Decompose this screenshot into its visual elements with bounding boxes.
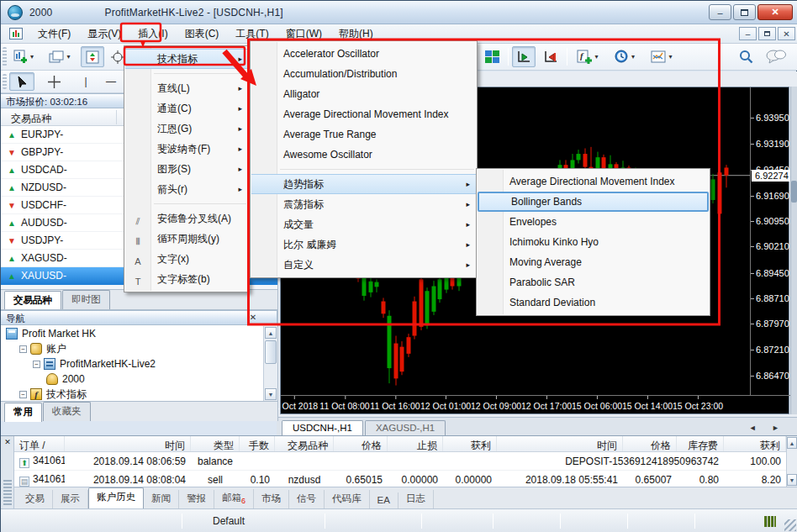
terminal-tab-市场[interactable]: 市场 — [254, 490, 289, 509]
window-close-button[interactable]: ✕ — [757, 4, 793, 20]
indicators-menu-item-acceleratoroscillator[interactable]: Accelerator Oscillator — [251, 44, 476, 64]
table-row[interactable]: ▤34106152018.09.14 08:08:04sell0.10nzdus… — [14, 471, 786, 487]
scroll-down-icon[interactable]: ▼ — [787, 474, 797, 486]
mdi-minimize-button[interactable]: – — [739, 27, 757, 40]
trend-menu-item-standarddeviation[interactable]: Standard Deviation — [478, 292, 709, 313]
column-header-4[interactable]: 交易品种 — [275, 436, 334, 451]
indicators-menu-item-成交量[interactable]: 成交量▸ — [251, 214, 476, 234]
tree-expander-icon[interactable]: − — [19, 391, 27, 398]
navigator-scrollbar[interactable]: ▲ ▼ — [263, 326, 277, 401]
insert-menu-item-直线l[interactable]: 直线(L)▸ — [125, 78, 248, 98]
horizontal-line-tool-button[interactable]: — — [100, 72, 122, 91]
toolbar-grip[interactable] — [3, 47, 7, 66]
trend-menu-item-parabolicsar[interactable]: Parabolic SAR — [478, 272, 709, 292]
indicators-menu-item-averagetruerange[interactable]: Average True Range — [251, 124, 476, 145]
tree-expander-icon[interactable]: − — [19, 345, 27, 353]
insert-menu-item-安德鲁分叉线a[interactable]: ⫽安德鲁分叉线(A) — [125, 208, 248, 229]
terminal-tab-新闻[interactable]: 新闻 — [144, 490, 179, 509]
chart-tab-scroll-arrows[interactable]: ◄ ► — [749, 424, 786, 432]
menubar-item-f[interactable]: 文件(F) — [29, 24, 79, 44]
chart-shift-button[interactable] — [539, 46, 562, 67]
terminal-tab-交易[interactable]: 交易 — [18, 490, 53, 509]
insert-menu-item-箭头r[interactable]: 箭头(r)▸ — [125, 179, 248, 199]
scroll-up-icon[interactable]: ▲ — [265, 327, 277, 339]
insert-menu-item-文字标签b[interactable]: T文字标签(b) — [125, 269, 248, 289]
indicators-menu-item-震荡指标[interactable]: 震荡指标▸ — [251, 194, 476, 214]
column-header-3[interactable]: 手数 — [240, 436, 275, 451]
chart-tab-xagusdh1[interactable]: XAGUSD-,H1 — [365, 420, 446, 435]
trend-menu-item-ichimokukinkohyo[interactable]: Ichimoku Kinko Hyo — [478, 232, 709, 252]
window-minimize-button[interactable]: – — [709, 4, 731, 20]
market-watch-tab-交易品种[interactable]: 交易品种 — [4, 291, 61, 310]
insert-menu-item-斐波纳奇f[interactable]: 斐波纳奇(F)▸ — [125, 139, 248, 159]
profiles-button[interactable]: ▾ — [45, 46, 75, 67]
menubar-item-c[interactable]: 图表(C) — [177, 24, 228, 44]
trend-menu-item-movingaverage[interactable]: Moving Average — [478, 252, 709, 272]
insert-menu-item-技术指标[interactable]: 技术指标▸ — [125, 49, 248, 69]
mdi-restore-button[interactable] — [758, 27, 776, 40]
column-header-9[interactable]: 价格 — [623, 436, 677, 451]
indicators-list-button[interactable]: f ▾ — [571, 46, 604, 67]
window-resize-grip[interactable] — [784, 519, 796, 531]
scrollbar-thumb[interactable] — [265, 340, 277, 364]
terminal-tab-代码库[interactable]: 代码库 — [325, 490, 370, 509]
terminal-tab-日志[interactable]: 日志 — [398, 490, 434, 509]
cursor-tool-button[interactable] — [9, 72, 34, 91]
toolbar-grip[interactable] — [3, 74, 7, 89]
table-row[interactable]: ⬆34106142018.09.14 08:06:59balanceDEPOSI… — [14, 452, 786, 471]
tile-windows-button[interactable] — [480, 46, 504, 67]
terminal-tab-邮箱[interactable]: 邮箱6 — [214, 489, 254, 509]
tree-item-profitmarkethklive2[interactable]: −ProfitMarketHK-Live2 — [1, 356, 257, 371]
terminal-tab-ea[interactable]: EA — [370, 492, 398, 509]
column-header-8[interactable]: 时间 — [497, 436, 623, 451]
insert-menu-item-江恩g[interactable]: 江恩(G)▸ — [125, 119, 248, 139]
indicators-menu-item-averagedirectionalmovementindex[interactable]: Average Directional Movement Index — [251, 104, 476, 124]
market-watch-toggle-button[interactable] — [81, 46, 104, 67]
menubar-item-i[interactable]: 插入(I) — [129, 24, 176, 44]
templates-button[interactable]: ▾ — [645, 46, 678, 67]
profile-name[interactable]: Default — [213, 515, 245, 527]
mdi-close-button[interactable]: ✕ — [778, 27, 795, 40]
tree-item-账户[interactable]: −账户 — [1, 341, 257, 356]
navigator-tab-常用[interactable]: 常用 — [4, 403, 42, 422]
tree-item-profitmarkethk[interactable]: Profit Market HK — [1, 326, 257, 341]
terminal-tab-展示[interactable]: 展示 — [53, 490, 88, 509]
terminal-tab-警报[interactable]: 警报 — [179, 490, 214, 509]
indicators-menu-item-awesomeoscillator[interactable]: Awesome Oscillator — [251, 145, 476, 165]
column-header-5[interactable]: 价格 — [334, 436, 388, 451]
market-watch-tab-即时图[interactable]: 即时图 — [62, 290, 110, 309]
terminal-tab-信号[interactable]: 信号 — [289, 490, 325, 509]
price-scale[interactable]: 6.939506.931906.924506.916906.909506.902… — [750, 87, 790, 395]
insert-menu-item-图形s[interactable]: 图形(S)▸ — [125, 159, 248, 179]
column-header-0[interactable]: 订单 / — [14, 436, 65, 451]
search-button[interactable] — [734, 46, 757, 67]
tree-expander-icon[interactable]: − — [33, 361, 40, 368]
chart-mdi-icon[interactable] — [9, 28, 23, 40]
indicators-menu-item-自定义[interactable]: 自定义▸ — [251, 255, 476, 275]
terminal-tab-账户历史[interactable]: 账户历史 — [88, 487, 144, 509]
chat-button[interactable] — [762, 46, 790, 67]
terminal-scrollbar[interactable]: ▲ ▼ — [786, 436, 797, 487]
chart-tab-usdcnhh1[interactable]: USDCNH-,H1 — [282, 420, 363, 435]
new-chart-button[interactable]: ▾ — [9, 46, 38, 67]
crosshair-tool-button[interactable] — [41, 72, 66, 91]
column-header-10[interactable]: 库存费 — [677, 436, 724, 451]
insert-menu-item-循环周期线y[interactable]: ⫴循环周期线(y) — [125, 229, 248, 249]
vertical-line-tool-button[interactable]: | — [75, 72, 97, 91]
navigator-close-button[interactable]: ✕ — [247, 312, 259, 324]
column-header-1[interactable]: 时间 — [65, 436, 191, 451]
chart-scrollbar[interactable] — [790, 87, 797, 414]
chart-scrollbar-thumb[interactable] — [791, 181, 797, 203]
terminal-drag-grip[interactable] — [3, 480, 12, 505]
trend-menu-item-envelopes[interactable]: Envelopes — [478, 212, 709, 232]
trend-menu-item-bollingerbands[interactable]: Bollinger Bands — [478, 192, 709, 212]
scroll-down-icon[interactable]: ▼ — [265, 388, 277, 400]
column-header-11[interactable]: 获利 — [724, 436, 786, 451]
indicators-menu-item-趋势指标[interactable]: 趋势指标▸ — [251, 174, 476, 194]
autoscroll-button[interactable] — [512, 46, 536, 67]
indicators-menu-item-比尔威廉姆[interactable]: 比尔 威廉姆▸ — [251, 234, 476, 255]
tree-item-技术指标[interactable]: −f技术指标 — [1, 387, 257, 401]
indicators-menu-item-alligator[interactable]: Alligator — [251, 84, 476, 104]
scroll-up-icon[interactable]: ▲ — [787, 437, 797, 449]
insert-menu-item-文字x[interactable]: A文字(x) — [125, 249, 248, 269]
